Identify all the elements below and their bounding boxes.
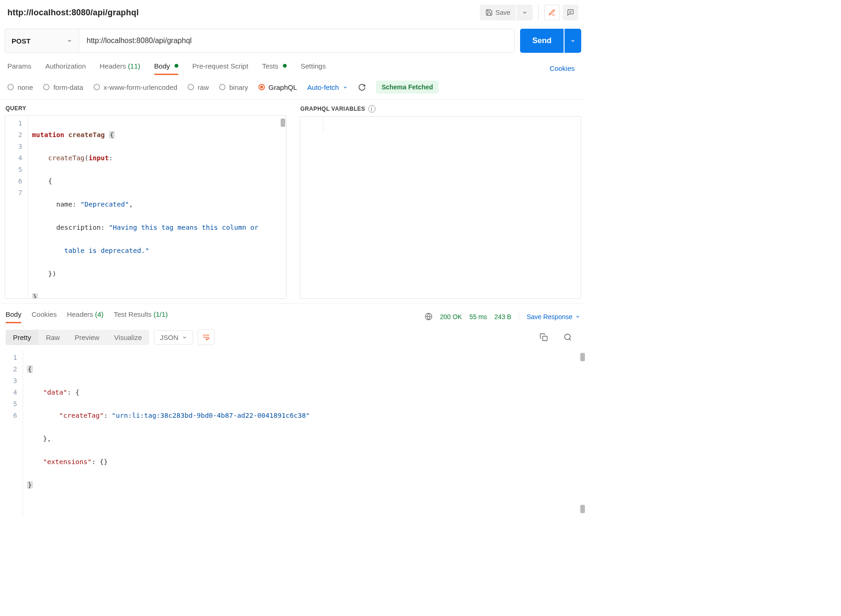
edit-button[interactable]: [544, 5, 560, 20]
tab-prerequest[interactable]: Pre-request Script: [192, 62, 248, 75]
save-dropdown-button[interactable]: [517, 5, 533, 20]
tab-headers[interactable]: Headers (11): [100, 62, 140, 75]
view-visualize-button[interactable]: Visualize: [107, 330, 150, 345]
chevron-down-icon: [182, 335, 187, 340]
radio-icon: [43, 84, 50, 90]
response-format-select[interactable]: JSON: [154, 330, 193, 345]
refresh-schema-button[interactable]: [358, 83, 366, 91]
response-gutter: 1 2 3 4 5 6: [0, 350, 23, 516]
radio-icon: [94, 84, 100, 90]
tab-headers-label: Headers: [100, 62, 126, 70]
app-root: http://localhost:8080/api/graphql Save: [0, 0, 586, 516]
variables-code[interactable]: [323, 117, 581, 132]
response-tab-test-results[interactable]: Test Results (1/1): [114, 310, 168, 323]
save-icon: [485, 9, 493, 16]
body-type-formdata[interactable]: form-data: [43, 83, 83, 91]
response-meta: 200 OK 55 ms 243 B Save Response: [425, 313, 580, 321]
view-raw-button[interactable]: Raw: [38, 330, 67, 345]
response-tab-headers[interactable]: Headers (4): [67, 310, 103, 323]
chevron-down-icon: [522, 10, 527, 15]
response-time: 55 ms: [469, 313, 487, 321]
query-gutter: 1 2 3 4 5 6 7: [5, 116, 28, 299]
response-code[interactable]: { "data": { "createTag": "urn:li:tag:38c…: [23, 350, 586, 516]
response-tab-body[interactable]: Body: [6, 310, 21, 323]
radio-icon: [258, 84, 265, 90]
send-dropdown-button[interactable]: [565, 29, 581, 53]
svg-rect-5: [543, 336, 547, 341]
query-editor-column: QUERY 1 2 3 4 5 6 7 mutation createTag {…: [0, 100, 295, 303]
scrollbar-thumb[interactable]: [580, 505, 585, 513]
tab-tests-label: Tests: [262, 62, 278, 70]
response-tabs: Body Cookies Headers (4) Test Results (1…: [0, 304, 586, 323]
schema-status-badge: Schema Fetched: [376, 81, 439, 94]
save-button-label: Save: [496, 9, 510, 16]
variables-gutter: [300, 117, 323, 132]
tab-headers-count: (11): [128, 62, 140, 70]
info-icon[interactable]: i: [368, 105, 376, 113]
chevron-down-icon: [343, 85, 348, 90]
response-size: 243 B: [495, 313, 512, 321]
save-button-group: Save: [480, 5, 533, 20]
request-url-row: POST Send: [0, 27, 586, 57]
pencil-icon: [548, 9, 556, 16]
search-button[interactable]: [564, 333, 572, 341]
variables-editor-column: GRAPHQL VARIABLES i: [295, 100, 586, 303]
auto-fetch-label: Auto-fetch: [308, 83, 339, 91]
response-body-editor[interactable]: 1 2 3 4 5 6 { "data": { "createTag": "ur…: [0, 350, 586, 516]
copy-button[interactable]: [540, 333, 548, 341]
request-title-row: http://localhost:8080/api/graphql Save: [0, 0, 586, 27]
wrap-lines-button[interactable]: [198, 329, 214, 345]
wrap-icon: [202, 333, 210, 341]
body-type-row: none form-data x-www-form-urlencoded raw…: [0, 75, 586, 100]
query-header: QUERY: [0, 100, 291, 115]
query-code[interactable]: mutation createTag { createTag(input: { …: [28, 116, 286, 299]
comment-icon: [567, 9, 574, 16]
tab-settings[interactable]: Settings: [301, 62, 326, 75]
body-type-binary[interactable]: binary: [219, 83, 248, 91]
method-select[interactable]: POST: [5, 29, 79, 52]
tab-tests-indicator-icon: [283, 64, 287, 68]
auto-fetch-dropdown[interactable]: Auto-fetch: [308, 83, 348, 91]
body-type-graphql[interactable]: GraphQL: [258, 83, 297, 91]
response-tab-cookies[interactable]: Cookies: [31, 310, 56, 323]
tab-authorization[interactable]: Authorization: [45, 62, 86, 75]
method-label: POST: [12, 37, 31, 45]
toolbar-divider: [538, 5, 539, 20]
cookies-link[interactable]: Cookies: [550, 64, 575, 72]
tab-params[interactable]: Params: [7, 62, 31, 75]
send-button-label: Send: [532, 36, 552, 45]
save-response-button[interactable]: Save Response: [519, 313, 580, 321]
tab-body-label: Body: [154, 62, 170, 70]
svg-point-6: [565, 334, 570, 339]
view-pretty-button[interactable]: Pretty: [6, 330, 38, 345]
variables-editor[interactable]: [300, 116, 582, 299]
tab-body-indicator-icon: [175, 64, 178, 68]
body-type-none[interactable]: none: [7, 83, 33, 91]
radio-icon: [188, 84, 194, 90]
scrollbar-thumb[interactable]: [281, 119, 285, 127]
svg-line-7: [569, 339, 571, 340]
chevron-down-icon: [67, 38, 72, 44]
response-view-segment: Pretty Raw Preview Visualize: [6, 330, 149, 345]
response-status: 200 OK: [440, 313, 462, 321]
query-editor[interactable]: 1 2 3 4 5 6 7 mutation createTag { creat…: [5, 115, 287, 299]
request-title: http://localhost:8080/api/graphql: [7, 8, 480, 18]
save-button[interactable]: Save: [480, 5, 516, 20]
send-button-group: Send: [520, 29, 581, 53]
response-view-controls: Pretty Raw Preview Visualize JSON: [0, 323, 586, 347]
view-preview-button[interactable]: Preview: [67, 330, 107, 345]
globe-icon[interactable]: [425, 313, 433, 321]
comments-button[interactable]: [563, 5, 578, 20]
method-url-group: POST: [5, 29, 515, 53]
scrollbar-thumb[interactable]: [580, 353, 585, 361]
url-input[interactable]: [79, 29, 514, 52]
tab-tests[interactable]: Tests: [262, 62, 287, 75]
tab-body[interactable]: Body: [154, 62, 178, 75]
radio-icon: [7, 84, 14, 90]
radio-icon: [219, 84, 226, 90]
graphql-editors: QUERY 1 2 3 4 5 6 7 mutation createTag {…: [0, 100, 586, 303]
send-button[interactable]: Send: [520, 29, 564, 53]
body-type-raw[interactable]: raw: [188, 83, 209, 91]
variables-header: GRAPHQL VARIABLES i: [295, 100, 586, 116]
body-type-urlencoded[interactable]: x-www-form-urlencoded: [94, 83, 177, 91]
